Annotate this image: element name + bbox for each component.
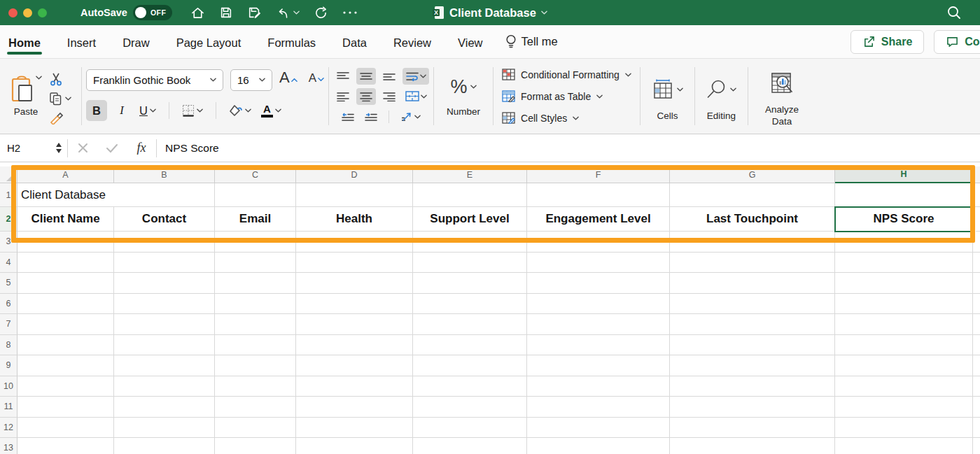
confirm-entry-icon[interactable] xyxy=(97,143,127,153)
cell-B13[interactable] xyxy=(114,438,215,454)
cell-D10[interactable] xyxy=(296,376,413,397)
cell-G1[interactable] xyxy=(670,183,835,207)
font-color-dropdown-icon[interactable] xyxy=(275,108,281,113)
row-header-11[interactable]: 11 xyxy=(0,397,18,418)
more-commands-icon[interactable] xyxy=(342,10,358,15)
cell-A6[interactable] xyxy=(18,294,114,315)
cell-B3[interactable] xyxy=(114,232,215,253)
cell-H3[interactable] xyxy=(835,232,973,253)
row-header-8[interactable]: 8 xyxy=(0,335,18,356)
close-window-button[interactable] xyxy=(8,8,18,17)
cell-E12[interactable] xyxy=(413,418,527,439)
cells-dropdown-icon[interactable] xyxy=(677,87,683,92)
cell-A3[interactable] xyxy=(18,232,114,253)
row-header-4[interactable]: 4 xyxy=(0,253,18,274)
column-header-C[interactable]: C xyxy=(215,166,296,183)
search-icon[interactable] xyxy=(946,5,962,23)
row-header-3[interactable]: 3 xyxy=(0,232,18,253)
select-all-corner[interactable] xyxy=(0,166,18,183)
tab-home[interactable]: Home xyxy=(7,28,42,56)
cell-F1[interactable] xyxy=(527,183,670,207)
paste-button[interactable]: Paste xyxy=(10,76,42,117)
cell-G2[interactable]: Last Touchpoint xyxy=(670,207,835,232)
cell-H13[interactable] xyxy=(835,438,973,454)
cell-A1[interactable]: Client Database xyxy=(18,183,215,207)
document-title[interactable]: Client Database xyxy=(449,6,536,20)
merge-center-button[interactable] xyxy=(402,88,429,105)
tab-view[interactable]: View xyxy=(456,28,484,56)
comments-button[interactable]: Comments xyxy=(934,30,980,54)
cell-G10[interactable] xyxy=(670,376,835,397)
row-header-1[interactable]: 1 xyxy=(0,183,18,207)
conditional-formatting-dropdown-icon[interactable] xyxy=(625,73,631,77)
cell-F9[interactable] xyxy=(527,355,670,376)
bold-button[interactable]: B xyxy=(86,100,107,121)
cell-A2[interactable]: Client Name xyxy=(18,207,114,232)
redo-icon[interactable] xyxy=(314,6,328,20)
cell-styles-button[interactable]: Cell Styles xyxy=(502,110,579,127)
copy-button[interactable] xyxy=(49,91,71,106)
zoom-window-button[interactable] xyxy=(38,8,47,17)
cell-H5[interactable] xyxy=(835,273,973,294)
cell-F2[interactable]: Engagement Level xyxy=(527,207,670,232)
cell-D12[interactable] xyxy=(296,418,413,439)
tab-data[interactable]: Data xyxy=(341,28,368,56)
cell-C7[interactable] xyxy=(215,314,296,335)
cell-C12[interactable] xyxy=(215,418,296,439)
italic-button[interactable]: I xyxy=(111,100,132,121)
cell-B10[interactable] xyxy=(114,376,215,397)
cell-G8[interactable] xyxy=(670,335,835,356)
analyze-data-button[interactable]: Analyze Data xyxy=(752,59,811,134)
row-header-10[interactable]: 10 xyxy=(0,376,18,397)
title-dropdown-icon[interactable] xyxy=(541,10,547,15)
format-as-table-dropdown-icon[interactable] xyxy=(596,94,603,99)
tell-me[interactable]: Tell me xyxy=(505,34,558,49)
row-header-9[interactable]: 9 xyxy=(0,355,18,376)
column-header-B[interactable]: B xyxy=(114,166,215,183)
borders-dropdown-icon[interactable] xyxy=(197,108,203,113)
borders-button[interactable] xyxy=(179,100,206,121)
cell-B11[interactable] xyxy=(114,397,215,418)
cell-E3[interactable] xyxy=(413,232,527,253)
underline-button[interactable]: U xyxy=(136,100,159,121)
cell-D1[interactable] xyxy=(296,183,413,207)
align-left-button[interactable] xyxy=(333,88,353,105)
format-painter-button[interactable] xyxy=(49,111,63,126)
cell-E10[interactable] xyxy=(413,376,527,397)
font-color-button[interactable]: A xyxy=(258,100,284,121)
cell-C8[interactable] xyxy=(215,335,296,356)
cell-A12[interactable] xyxy=(18,418,114,439)
cell-E9[interactable] xyxy=(413,355,527,376)
row-header-5[interactable]: 5 xyxy=(0,273,18,294)
cell-A4[interactable] xyxy=(18,253,114,274)
orientation-button[interactable] xyxy=(397,108,425,125)
cell-H9[interactable] xyxy=(835,355,973,376)
cell-E8[interactable] xyxy=(413,335,527,356)
cell-E6[interactable] xyxy=(413,294,527,315)
autosave-toggle[interactable]: OFF xyxy=(133,5,172,20)
cell-H6[interactable] xyxy=(835,294,973,315)
cell-D5[interactable] xyxy=(296,273,413,294)
cell-H11[interactable] xyxy=(835,397,973,418)
align-top-button[interactable] xyxy=(333,68,353,85)
cell-F7[interactable] xyxy=(527,314,670,335)
column-header-G[interactable]: G xyxy=(670,166,835,183)
cell-H12[interactable] xyxy=(835,418,973,439)
cell-D11[interactable] xyxy=(296,397,413,418)
cell-G11[interactable] xyxy=(670,397,835,418)
cell-A8[interactable] xyxy=(18,335,114,356)
font-name-select[interactable]: Franklin Gothic Book xyxy=(86,69,223,91)
cell-D4[interactable] xyxy=(296,253,413,274)
increase-font-button[interactable]: A xyxy=(279,69,298,91)
editing-dropdown-icon[interactable] xyxy=(730,87,736,92)
fill-color-button[interactable] xyxy=(226,100,254,121)
cell-D13[interactable] xyxy=(296,438,413,454)
cell-G5[interactable] xyxy=(670,273,835,294)
cell-B9[interactable] xyxy=(114,355,215,376)
cell-F13[interactable] xyxy=(527,438,670,454)
cell-D3[interactable] xyxy=(296,232,413,253)
tab-review[interactable]: Review xyxy=(392,28,433,56)
cell-C4[interactable] xyxy=(215,253,296,274)
font-size-select[interactable]: 16 xyxy=(230,69,272,91)
cell-C10[interactable] xyxy=(215,376,296,397)
